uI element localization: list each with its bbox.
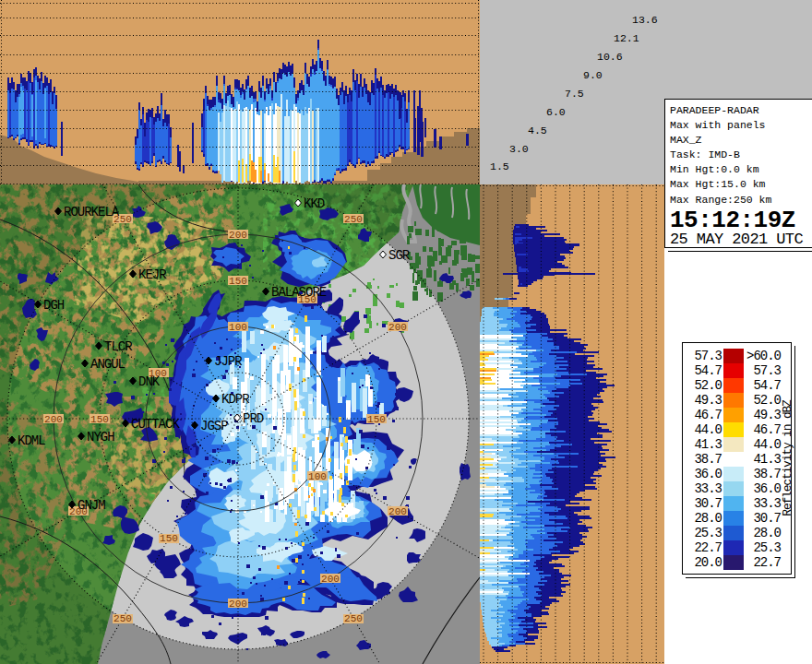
svg-text:JGSP: JGSP — [200, 419, 228, 433]
svg-text:PRD: PRD — [243, 411, 264, 426]
svg-text:250: 250 — [344, 214, 363, 225]
svg-text:250: 250 — [113, 613, 132, 624]
svg-text:200: 200 — [229, 599, 247, 610]
svg-text:KEJR: KEJR — [138, 267, 167, 282]
svg-text:3.0: 3.0 — [509, 143, 529, 155]
svg-text:200: 200 — [388, 506, 407, 517]
svg-text:100: 100 — [229, 322, 247, 333]
svg-text:TLCR: TLCR — [104, 339, 133, 354]
svg-text:DNK: DNK — [138, 374, 161, 389]
svg-text:BALASORE: BALASORE — [271, 285, 327, 300]
svg-text:6.0: 6.0 — [546, 106, 566, 118]
svg-text:ANGUL: ANGUL — [90, 357, 125, 372]
svg-text:150: 150 — [90, 414, 109, 425]
svg-text:200: 200 — [388, 322, 407, 333]
svg-text:SGR: SGR — [388, 248, 411, 263]
svg-text:KDML: KDML — [18, 433, 45, 448]
svg-text:1.5: 1.5 — [490, 160, 509, 172]
svg-text:NYGH: NYGH — [87, 430, 114, 445]
svg-text:JJPR: JJPR — [214, 354, 243, 369]
svg-text:GNJM: GNJM — [78, 498, 105, 513]
svg-text:9.0: 9.0 — [583, 69, 603, 81]
svg-text:13.6: 13.6 — [632, 14, 658, 26]
svg-text:DGH: DGH — [43, 298, 65, 313]
svg-text:12.1: 12.1 — [614, 32, 639, 44]
svg-text:250: 250 — [344, 613, 363, 624]
svg-text:CUTTACK: CUTTACK — [131, 417, 180, 432]
svg-text:10.6: 10.6 — [597, 51, 623, 63]
svg-text:150: 150 — [367, 414, 386, 425]
svg-text:KKD: KKD — [304, 196, 325, 211]
svg-text:200: 200 — [321, 574, 340, 585]
svg-text:KDPR: KDPR — [221, 392, 250, 407]
svg-text:150: 150 — [160, 533, 178, 544]
svg-text:ROURKELA: ROURKELA — [64, 205, 120, 219]
svg-text:7.5: 7.5 — [565, 88, 584, 100]
svg-text:4.5: 4.5 — [528, 125, 547, 136]
svg-text:200: 200 — [44, 414, 63, 425]
svg-text:100: 100 — [308, 471, 327, 482]
svg-text:200: 200 — [229, 230, 247, 241]
svg-text:150: 150 — [229, 276, 247, 287]
